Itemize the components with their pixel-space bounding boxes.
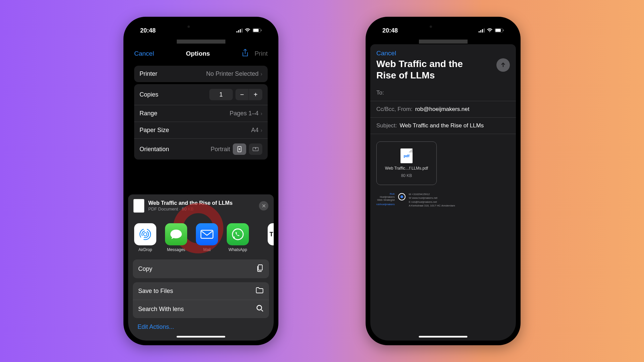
from-value: rob@hoeijmakers.net <box>415 106 470 113</box>
copies-plus-button[interactable]: + <box>249 89 262 100</box>
cancel-button[interactable]: Cancel <box>376 50 396 57</box>
home-indicator[interactable] <box>177 336 225 338</box>
save-to-files-row[interactable]: Save to Files <box>133 282 269 300</box>
copy-row[interactable]: Copy <box>133 259 269 278</box>
range-row[interactable]: Range Pages 1–4› <box>134 105 268 122</box>
copies-value: 1 <box>209 89 233 100</box>
cancel-button[interactable]: Cancel <box>134 50 154 57</box>
subject-field[interactable]: Subject: Web Traffic and the Rise of LLM… <box>370 118 516 134</box>
svg-point-10 <box>142 231 149 238</box>
subject-label: Subject: <box>376 122 397 129</box>
orientation-portrait-button[interactable] <box>233 143 246 155</box>
share-apps-row[interactable]: AirDrop Messages Mail WhatsApp T <box>128 217 274 255</box>
compose-nav: Cancel <box>370 44 516 58</box>
sig-name: Rob <box>376 192 395 195</box>
copy-label: Copy <box>138 265 152 273</box>
nav-right: Print <box>242 49 268 58</box>
lens-label: Search With lens <box>138 306 184 313</box>
copies-row: Copies 1 − + <box>134 84 268 105</box>
document-thumbnail-icon <box>133 199 144 213</box>
sig-link: robhoeijmakers <box>376 203 395 206</box>
orientation-value: Portrait <box>211 146 230 153</box>
email-signature: Rob Hoeijmakers Web Strategist robhoeijm… <box>376 192 510 207</box>
sig-web: W www.hoeijmakers.net <box>409 196 455 200</box>
attachment-card[interactable]: pdf Web Traffic…f LLMs.pdf 80 KB <box>376 141 437 185</box>
chevron-right-icon: › <box>261 127 262 133</box>
phone-print-share: 20:48 Cancel Options Print Printer <box>123 17 278 345</box>
app-mail[interactable]: Mail <box>196 223 218 252</box>
preview-strip <box>177 40 225 44</box>
paper-value: A4› <box>251 127 262 134</box>
notch <box>411 21 475 33</box>
nav-title: Options <box>186 50 210 57</box>
copies-minus-button[interactable]: − <box>235 89 249 100</box>
ccbcc-field[interactable]: Cc/Bcc, From: rob@hoeijmakers.net <box>370 101 516 118</box>
printer-group: Printer No Printer Selected› <box>134 66 268 82</box>
sig-addr: A Kerkstraat 318, 1017 HC Amsterdam <box>409 204 455 207</box>
share-sheet: Web Traffic and the Rise of LLMs PDF Doc… <box>128 194 274 341</box>
app-label: Mail <box>203 247 211 252</box>
app-messages[interactable]: Messages <box>165 223 187 252</box>
orientation-row: Orientation Portrait <box>134 139 268 160</box>
app-label: WhatsApp <box>228 247 247 252</box>
home-indicator[interactable] <box>419 336 468 338</box>
printer-label: Printer <box>140 70 157 77</box>
paper-label: Paper Size <box>140 127 169 134</box>
sig-left: Rob Hoeijmakers Web Strategist robhoeijm… <box>376 192 395 206</box>
paper-row[interactable]: Paper Size A4› <box>134 122 268 139</box>
mail-icon <box>196 223 218 245</box>
print-nav: Cancel Options Print <box>128 44 274 64</box>
screen: 20:48 Cancel Options Print Printer <box>128 21 274 341</box>
app-whatsapp[interactable]: WhatsApp <box>227 223 249 252</box>
attachment-name: Web Traffic…f LLMs.pdf <box>385 166 428 171</box>
app-airdrop[interactable]: AirDrop <box>134 223 156 252</box>
print-options-group: Copies 1 − + Range Pages 1–4› Paper Size <box>134 84 268 160</box>
compose-sheet: Cancel Web Traffic and the Rise of LLMs … <box>370 44 516 341</box>
chevron-right-icon: › <box>261 71 262 77</box>
share-header: Web Traffic and the Rise of LLMs PDF Doc… <box>128 194 274 217</box>
save-label: Save to Files <box>138 288 173 295</box>
svg-rect-14 <box>258 265 262 270</box>
ccbcc-label: Cc/Bcc, From: <box>376 106 413 113</box>
to-field[interactable]: To: <box>370 85 516 101</box>
svg-rect-12 <box>201 230 213 238</box>
sig-right: M +31629415912 W www.hoeijmakers.net E r… <box>409 192 455 207</box>
compose-fields: To: Cc/Bcc, From: rob@hoeijmakers.net Su… <box>370 85 516 134</box>
compose-title: Web Traffic and the Rise of LLMs <box>370 58 471 81</box>
print-button[interactable]: Print <box>255 50 268 57</box>
folder-icon <box>256 287 264 295</box>
copies-stepper: 1 − + <box>209 89 262 100</box>
app-next-peek[interactable]: T <box>268 223 274 245</box>
to-label: To: <box>376 89 384 96</box>
close-icon: ✕ <box>262 203 266 209</box>
send-button[interactable] <box>496 58 510 72</box>
share-icon[interactable] <box>242 49 249 58</box>
attachment-size: 80 KB <box>401 173 412 178</box>
orientation-label: Orientation <box>140 146 169 153</box>
share-title: Web Traffic and the Rise of LLMs <box>148 200 255 206</box>
messages-icon <box>165 223 187 245</box>
orientation-landscape-button[interactable] <box>249 143 262 155</box>
sig-logo-icon <box>398 193 406 200</box>
notch <box>169 21 233 33</box>
sig-lastname: Hoeijmakers <box>376 195 395 198</box>
svg-point-15 <box>257 305 262 310</box>
range-label: Range <box>140 110 157 117</box>
close-button[interactable]: ✕ <box>259 201 268 210</box>
share-subtitle: PDF Document · 80 KB <box>148 206 255 212</box>
sig-phone: M +31629415912 <box>409 192 455 196</box>
pdf-file-icon: pdf <box>400 148 413 163</box>
edit-actions-button[interactable]: Edit Actions... <box>128 318 274 336</box>
search-lens-row[interactable]: Search With lens <box>133 300 269 318</box>
range-value: Pages 1–4› <box>230 110 262 117</box>
printer-row[interactable]: Printer No Printer Selected› <box>134 66 268 82</box>
copies-stepper-buttons: − + <box>235 89 262 100</box>
phone-mail-compose: 20:48 Cancel Web Traffic and the Rise of… <box>366 17 521 345</box>
search-icon <box>256 305 264 313</box>
app-label: Messages <box>167 247 185 252</box>
share-titles: Web Traffic and the Rise of LLMs PDF Doc… <box>148 200 255 212</box>
sig-role: Web Strategist <box>376 198 395 201</box>
airdrop-icon <box>134 223 156 245</box>
action-group-copy: Copy <box>133 259 269 278</box>
preview-strip <box>419 40 468 44</box>
